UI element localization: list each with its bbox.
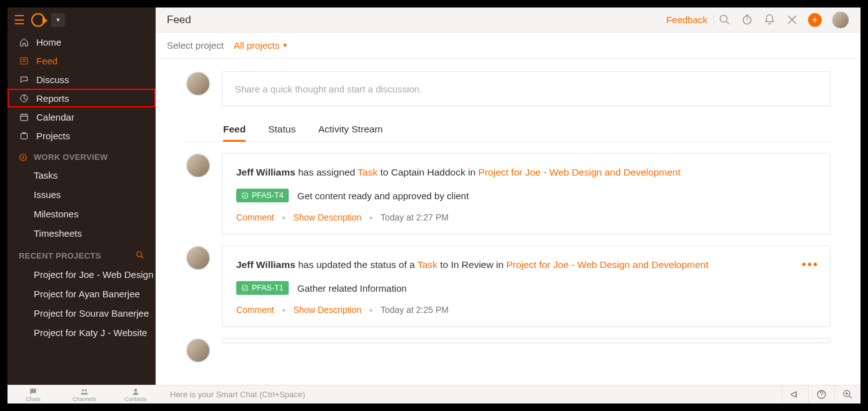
svg-rect-20 [242, 285, 247, 290]
svg-rect-15 [21, 133, 27, 139]
nav-discuss[interactable]: Discuss [7, 70, 156, 89]
svg-point-0 [720, 15, 727, 22]
task-title: Get content ready and approved by client [297, 191, 469, 201]
section-work-overview[interactable]: WORK OVERVIEW [7, 145, 156, 166]
project-link[interactable]: Project for Joe - Web Design and Develop… [506, 259, 709, 270]
svg-line-1 [726, 21, 729, 24]
tab-feed[interactable]: Feed [223, 117, 246, 141]
user-avatar [186, 71, 211, 96]
svg-point-17 [137, 252, 142, 257]
timestamp: Today at 2:27 PM [381, 212, 449, 222]
feed-author: Jeff Williams [236, 167, 296, 177]
recent-project-item[interactable]: Project for Ayan Banerjee [7, 284, 156, 304]
select-project-label: Select project [167, 40, 224, 51]
svg-rect-11 [20, 114, 27, 121]
sub-issues[interactable]: Issues [7, 185, 156, 204]
page-title: Feed [167, 14, 191, 26]
tab-status[interactable]: Status [268, 117, 296, 141]
separator-dot: ● [369, 214, 373, 221]
search-icon[interactable] [718, 14, 731, 26]
project-selector-value: All projects [234, 40, 279, 51]
smartchat-input[interactable]: Here is your Smart Chat (Ctrl+Space) [161, 390, 782, 399]
nav-label: Discuss [36, 74, 69, 85]
nav-home[interactable]: Home [7, 32, 156, 51]
section-title: WORK OVERVIEW [34, 152, 108, 162]
separator-dot: ● [369, 306, 373, 314]
svg-line-27 [849, 396, 852, 399]
add-button[interactable]: + [808, 13, 822, 27]
sub-timesheets[interactable]: Timesheets [7, 224, 156, 243]
timestamp: Today at 2:25 PM [381, 305, 449, 315]
search-projects-icon[interactable] [136, 250, 144, 261]
recent-project-item[interactable]: Project for Sourav Banerjee [7, 304, 156, 323]
bottom-nav-channels[interactable]: Channels [59, 385, 110, 404]
app-switcher-dropdown[interactable]: ▼ [51, 13, 65, 27]
show-description-link[interactable]: Show Description [293, 212, 361, 222]
nav-label: Home [36, 37, 61, 47]
svg-point-21 [82, 389, 84, 391]
svg-rect-19 [242, 193, 247, 198]
recent-project-item[interactable]: Project for Katy J - Website [7, 323, 156, 342]
nav-feed[interactable]: Feed [7, 51, 156, 70]
feedback-link[interactable]: Feedback [666, 14, 707, 25]
announce-icon[interactable] [782, 385, 808, 404]
nav-label: Feed [36, 56, 57, 66]
bottom-nav-chats[interactable]: Chats [7, 385, 59, 404]
timer-icon[interactable] [741, 14, 753, 26]
bottom-nav-contacts[interactable]: Contacts [110, 385, 161, 404]
svg-rect-7 [20, 57, 27, 64]
feed-avatar [186, 245, 211, 270]
task-chip-label: PFAS-T4 [252, 191, 284, 200]
zoom-icon[interactable] [834, 385, 861, 404]
task-chip-label: PFAS-T1 [252, 284, 284, 292]
section-recent-projects[interactable]: RECENT PROJECTS [7, 243, 156, 265]
feed-avatar [186, 338, 211, 363]
bottom-nav-label: Contacts [124, 396, 147, 402]
feed-card: ••• Jeff Williams has updated the status… [222, 245, 831, 327]
feed-text: Jeff Williams has updated the status of … [236, 257, 816, 272]
tab-activity-stream[interactable]: Activity Stream [318, 117, 382, 141]
sub-milestones[interactable]: Milestones [7, 204, 156, 224]
svg-point-23 [134, 389, 137, 392]
share-placeholder: Share a quick thought and start a discus… [235, 84, 422, 94]
share-input[interactable]: Share a quick thought and start a discus… [222, 71, 831, 106]
feed-card [222, 338, 831, 343]
show-description-link[interactable]: Show Description [293, 305, 361, 315]
task-link[interactable]: Task [417, 259, 437, 270]
nav-label: Projects [36, 131, 70, 141]
project-selector[interactable]: All projects ▼ [234, 40, 288, 51]
user-avatar[interactable] [832, 11, 849, 29]
app-logo[interactable] [31, 13, 45, 27]
comment-link[interactable]: Comment [236, 212, 274, 222]
smartchat-placeholder: Here is your Smart Chat (Ctrl+Space) [170, 390, 305, 399]
feed-text: Jeff Williams has assigned Task to Capta… [236, 165, 816, 180]
sidebar: Home Feed Discuss Reports Calendar Proje… [7, 32, 156, 404]
nav-label: Reports [36, 93, 69, 104]
nav-projects[interactable]: Projects [7, 126, 156, 145]
section-title: RECENT PROJECTS [19, 251, 101, 260]
svg-point-16 [20, 154, 27, 161]
tools-icon[interactable] [786, 14, 798, 26]
project-link[interactable]: Project for Joe - Web Design and Develop… [478, 167, 681, 177]
task-chip[interactable]: PFAS-T1 [236, 281, 289, 295]
help-icon[interactable] [808, 385, 834, 404]
svg-line-18 [141, 256, 144, 259]
task-title: Gather related Information [297, 283, 407, 294]
nav-label: Calendar [36, 112, 74, 122]
nav-reports[interactable]: Reports [7, 89, 156, 107]
task-link[interactable]: Task [357, 167, 377, 177]
bell-icon[interactable] [763, 14, 776, 26]
svg-point-2 [743, 16, 751, 24]
task-chip[interactable]: PFAS-T4 [236, 189, 289, 202]
hamburger-icon[interactable]: ☰ [14, 12, 25, 27]
recent-project-item[interactable]: Project for Joe - Web Design and Develop… [7, 265, 156, 284]
sub-tasks[interactable]: Tasks [7, 166, 156, 185]
nav-calendar[interactable]: Calendar [7, 107, 156, 126]
comment-link[interactable]: Comment [236, 305, 274, 315]
chevron-down-icon: ▼ [282, 42, 288, 49]
separator [714, 14, 714, 26]
feed-card: Jeff Williams has assigned Task to Capta… [222, 153, 831, 234]
svg-point-22 [85, 389, 87, 391]
more-icon[interactable]: ••• [802, 257, 819, 272]
feed-avatar [186, 153, 211, 178]
